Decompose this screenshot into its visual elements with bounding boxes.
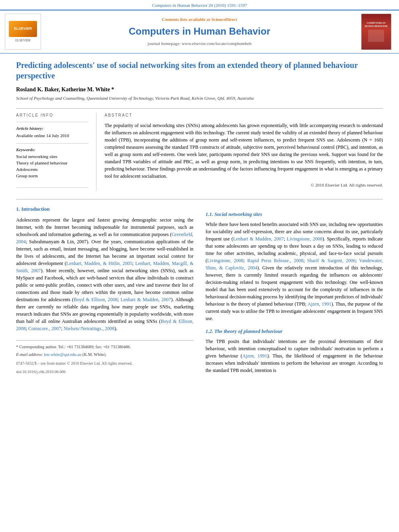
intro-para-1: Adolescents represent the largest and fa… xyxy=(16,216,193,332)
ref-lenhart-madden-r1[interactable]: Lenhart & Madden, 2007 xyxy=(233,236,284,242)
journal-cover-image: COMPUTERS IN HUMAN BEHAVIOR xyxy=(361,14,391,50)
cover-text: COMPUTERS IN HUMAN BEHAVIOR xyxy=(363,22,389,28)
subsection-1-heading: 1.1. Social networking sites xyxy=(206,211,383,218)
ref-rapid-press[interactable]: Rapid Press Release., 2008 xyxy=(247,258,303,263)
left-body-column: 1. Introduction Adolescents represent th… xyxy=(16,205,193,377)
ref-comscore[interactable]: Comscore., 2007 xyxy=(28,326,61,331)
article-history-label: Article history: xyxy=(16,125,88,132)
keyword-2: Theory of planned behaviour xyxy=(16,160,88,166)
abstract-label: ABSTRACT xyxy=(105,113,383,119)
paper-title: Predicting adolescents' use of social ne… xyxy=(16,60,383,81)
footnotes-area: * Corresponding author. Tel.: +61 731384… xyxy=(16,340,193,375)
ref-greenfield[interactable]: Greenfield, 2004 xyxy=(16,232,193,244)
ref-lenhart-madden-2007[interactable]: Lenhart & Madden, 2007 xyxy=(121,297,171,302)
article-history-value: Available online 14 July 2010 xyxy=(16,133,88,139)
keyword-1: Social networking sites xyxy=(16,154,88,160)
right-para-2: The TPB posits that individuals' intenti… xyxy=(206,338,383,374)
footnote-email: E-mail address: km.white@qut.edu.au (K.M… xyxy=(16,351,193,358)
journal-header-center: Contents lists available at ScienceDirec… xyxy=(45,14,354,50)
email-link[interactable]: km.white@qut.edu.au xyxy=(44,352,82,357)
journal-citation: Computers in Human Behavior 26 (2010) 15… xyxy=(152,3,247,8)
author-names: Rosland K. Baker, Katherine M. White * xyxy=(16,86,114,92)
sciencedirect-link: Contents lists available at ScienceDirec… xyxy=(162,16,237,23)
elsevier-logo-left: ELSEVIER ELSEVIER xyxy=(5,14,41,50)
sciencedirect-brand[interactable]: ScienceDirect xyxy=(211,17,237,22)
copyright: © 2010 Elsevier Ltd. All rights reserved… xyxy=(105,182,383,189)
ref-ajzen-tpb[interactable]: Ajzen, 1991 xyxy=(242,353,267,359)
ref-sharif[interactable]: Sharif & Sargent, 2006 xyxy=(307,258,356,263)
subsection-2-heading: 1.2. The theory of planned behaviour xyxy=(206,328,383,335)
affiliation: School of Psychology and Counselling, Qu… xyxy=(16,95,383,102)
journal-title: Computers in Human Behavior xyxy=(129,25,270,39)
article-info-label: ARTICLE INFO xyxy=(16,113,88,119)
ref-livingstone[interactable]: Livingstone, 2008 xyxy=(287,236,323,242)
keyword-3: Adolescents xyxy=(16,166,88,173)
ref-livingstone-2[interactable]: Livingstone, 2008 xyxy=(207,258,243,263)
journal-cover: COMPUTERS IN HUMAN BEHAVIOR xyxy=(358,14,394,50)
article-meta-section: ARTICLE INFO Article history: Available … xyxy=(16,108,383,191)
keywords-label: Keywords: xyxy=(16,147,88,153)
ref-ajzen-1991[interactable]: Ajzen, 1991 xyxy=(308,301,331,307)
intro-heading: 1. Introduction xyxy=(16,205,193,213)
journal-info-bar: Computers in Human Behavior 26 (2010) 15… xyxy=(0,0,399,10)
authors-line: Rosland K. Baker, Katherine M. White * xyxy=(16,86,383,94)
right-para-1: While there have been noted benefits ass… xyxy=(206,221,383,322)
main-content: Predicting adolescents' use of social ne… xyxy=(0,53,399,385)
journal-header: ELSEVIER ELSEVIER Contents lists availab… xyxy=(0,10,399,53)
elsevier-label: ELSEVIER xyxy=(15,38,31,43)
elsevier-icon: ELSEVIER xyxy=(9,21,37,37)
article-info-column: ARTICLE INFO Article history: Available … xyxy=(16,113,97,191)
footer-issn: 0747-5632/$ – see front matter © 2010 El… xyxy=(16,360,193,366)
journal-homepage: journal homepage: www.elsevier.com/locat… xyxy=(148,41,251,47)
footnote-corresponding: * Corresponding author. Tel.: +61 731384… xyxy=(16,344,193,350)
ref-lenhart-2005[interactable]: Lenhart, Madden, & Hitlin, 2005 xyxy=(66,261,132,266)
abstract-text: The popularity of social networking site… xyxy=(105,122,383,180)
ref-boyd-2008[interactable]: Boyd & Ellison, 2008 xyxy=(74,297,117,302)
ref-nielsen[interactable]: Nielsen//Netratings., 2008 xyxy=(64,326,114,331)
abstract-column: ABSTRACT The popularity of social networ… xyxy=(97,113,383,191)
right-body-column: 1.1. Social networking sites While there… xyxy=(206,205,383,377)
keyword-4: Group norm xyxy=(16,173,88,179)
body-section: 1. Introduction Adolescents represent th… xyxy=(16,199,383,377)
footer-doi: doi:10.1016/j.chb.2010.06.006 xyxy=(16,369,193,375)
